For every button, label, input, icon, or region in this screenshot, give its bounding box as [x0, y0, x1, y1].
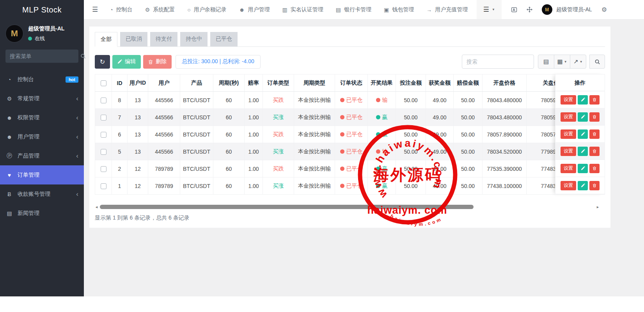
edit-row-button[interactable] [578, 164, 588, 173]
fullscreen-icon[interactable] [527, 7, 532, 12]
cell-odds: 1.00 [245, 177, 263, 195]
scrollbar-thumb[interactable] [100, 205, 474, 209]
cell-compensate: 50.00 [454, 92, 483, 109]
user-panel: M 超级管理员-AL 在线 [0, 20, 84, 46]
nav-item-recharge[interactable]: → 用户充值管理 [426, 6, 468, 13]
nav-item-wallets[interactable]: ▣ 钱包管理 [384, 6, 414, 13]
row-checkbox[interactable] [101, 183, 106, 189]
cell-win: 49.00 [426, 109, 454, 126]
delete-row-button[interactable] [589, 147, 600, 156]
sidebar-item-orders[interactable]: ♥ 订单管理 [0, 165, 84, 184]
settings-button[interactable]: 设置 [561, 112, 576, 122]
toggle-search-button[interactable] [589, 55, 605, 69]
sidebar-item-news[interactable]: ▤ 新闻管理 [0, 204, 84, 223]
sidebar-search-input[interactable] [10, 53, 80, 59]
refresh-button[interactable]: ↻ [95, 55, 110, 69]
sidebar-item-dashboard[interactable]: ◔ 控制台 hot [0, 70, 84, 89]
delete-row-button[interactable] [589, 112, 600, 122]
cell-open-price: 78043.480000 [483, 109, 527, 126]
sidebar-item-permissions[interactable]: ☻ 权限管理 ‹ [0, 108, 84, 127]
delete-row-button[interactable] [589, 181, 600, 190]
settings-button[interactable]: 设置 [561, 181, 576, 190]
col-header-result: 开奖结果 [368, 74, 396, 92]
settings-button[interactable]: 设置 [561, 147, 576, 156]
tab-closed[interactable]: 已平仓 [210, 32, 238, 46]
trash-icon [593, 98, 596, 102]
nav-item-balance-records[interactable]: ○ 用户余额记录 [187, 6, 226, 13]
status-dot-icon [340, 184, 344, 188]
edit-row-button[interactable] [578, 181, 588, 190]
row-checkbox[interactable] [101, 149, 106, 155]
pencil-icon [581, 166, 585, 170]
sidebar-item-general[interactable]: ⚙ 常规管理 ‹ [0, 89, 84, 108]
nav-item-dashboard[interactable]: ◔ 控制台 [110, 6, 132, 13]
heartbeat-icon: ♥ [5, 172, 13, 178]
cell-bet: 50.00 [396, 143, 426, 160]
tab-unpaid[interactable]: 待支付 [150, 32, 177, 46]
export-icon: ↗ [573, 58, 578, 65]
cell-status: 已平仓 [335, 160, 368, 177]
row-checkbox[interactable] [101, 132, 106, 138]
settings-button[interactable]: 设置 [561, 129, 576, 139]
export-button[interactable]: ↗▼ [570, 55, 586, 69]
orders-table: ID 用户ID 用户 产品 周期(秒) 赔率 订单类型 周期类型 订单状态 开奖… [95, 74, 581, 195]
nav-list-dropdown-button[interactable]: ☰ ▼ [477, 0, 502, 19]
cell-id: 5 [112, 143, 128, 160]
status-label: 已平仓 [346, 114, 363, 121]
col-header-odds: 赔率 [245, 74, 263, 92]
row-checkbox[interactable] [101, 166, 106, 172]
sidebar-menu: ◔ 控制台 hot ⚙ 常规管理 ‹ ☻ 权限管理 ‹ ☻ 用户管理 [0, 70, 84, 223]
cell-user: 445566 [148, 143, 180, 160]
columns-button[interactable]: ▦▼ [554, 55, 570, 69]
gauge-icon: ◔ [110, 7, 113, 13]
select-all-checkbox[interactable] [101, 80, 106, 86]
nav-item-system-config[interactable]: ⚙ 系统配置 [145, 6, 175, 13]
trash-icon [593, 132, 596, 136]
row-select-cell [95, 177, 112, 195]
gauge-icon: ◔ [5, 76, 13, 83]
sidebar-item-users[interactable]: ☻ 用户管理 ‹ [0, 127, 84, 146]
sidebar-item-label: 新闻管理 [18, 210, 39, 217]
cell-bet: 50.00 [396, 126, 426, 143]
col-header-user-id: 用户ID [128, 74, 148, 92]
scrollbar-right-arrow[interactable]: ► [596, 205, 600, 209]
col-header-id: ID [112, 74, 128, 92]
edit-row-button[interactable] [578, 129, 588, 139]
gears-icon[interactable]: ⚙ [601, 6, 607, 13]
edit-row-button[interactable] [578, 147, 588, 156]
settings-button[interactable]: 设置 [561, 164, 576, 173]
settings-button[interactable]: 设置 [561, 95, 576, 105]
language-icon[interactable] [511, 7, 517, 13]
delete-button[interactable]: 删除 [143, 55, 172, 69]
sidebar-item-payment-accounts[interactable]: Ƀ 收款账号管理 ‹ [0, 184, 84, 204]
nav-item-label: 实名认证管理 [291, 6, 323, 13]
sidebar-item-products[interactable]: Ⓟ 产品管理 ‹ [0, 146, 84, 165]
edit-button[interactable]: 编辑 [112, 55, 141, 69]
delete-row-button[interactable] [589, 164, 600, 173]
table-search-input[interactable] [462, 55, 534, 69]
delete-row-button[interactable] [589, 129, 600, 139]
detail-view-button[interactable]: ▤ [538, 55, 554, 69]
row-checkbox[interactable] [101, 98, 106, 103]
delete-row-button[interactable] [589, 95, 600, 105]
refresh-icon: ↻ [100, 58, 105, 66]
trash-icon [593, 149, 596, 153]
nav-item-users[interactable]: ☻ 用户管理 [239, 6, 270, 13]
cell-odds: 1.00 [245, 143, 263, 160]
cell-result: 赢 [368, 126, 396, 143]
cell-user-id: 12 [128, 160, 148, 177]
tab-all[interactable]: 全部 [95, 32, 117, 47]
scrollbar-left-arrow[interactable]: ◄ [95, 205, 98, 209]
sidebar-toggle-icon[interactable]: ☰ [92, 5, 98, 14]
table-row: 8 13 445566 BTC/USDT 60 1.00 买跌 本金按比例输 已… [95, 92, 581, 109]
nav-item-bank-cards[interactable]: ▤ 银行卡管理 [336, 6, 371, 13]
cell-result: 输 [368, 92, 396, 109]
edit-row-button[interactable] [578, 112, 588, 122]
nav-item-kyc[interactable]: ▥ 实名认证管理 [282, 6, 323, 13]
nav-user-menu[interactable]: M 超级管理员-AL [542, 4, 592, 15]
tab-holding[interactable]: 持仓中 [180, 32, 208, 46]
row-checkbox[interactable] [101, 115, 106, 121]
tab-cancelled[interactable]: 已取消 [120, 32, 147, 46]
edit-row-button[interactable] [578, 95, 588, 105]
cell-id: 6 [112, 126, 128, 143]
